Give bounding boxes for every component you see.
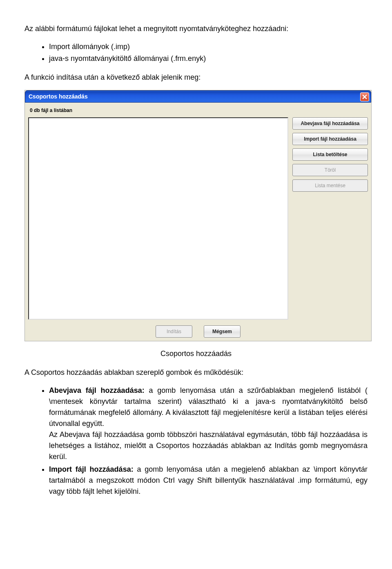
desc-text: Az Abevjava fájl hozzáadása gomb többszö… bbox=[49, 430, 368, 461]
delete-button: Töröl bbox=[292, 164, 368, 176]
save-list-button: Lista mentése bbox=[292, 179, 368, 192]
list-item: Import állományok (.imp) bbox=[49, 41, 368, 52]
desc-label: Import fájl hozzáadása: bbox=[49, 465, 134, 473]
add-import-button[interactable]: Import fájl hozzáadása bbox=[292, 133, 368, 145]
dialog-title: Csoportos hozzáadás bbox=[29, 93, 88, 100]
load-list-button[interactable]: Lista betöltése bbox=[292, 148, 368, 161]
close-button[interactable] bbox=[360, 92, 369, 101]
intro-paragraph: Az alábbi formátumú fájlokat lehet a meg… bbox=[24, 24, 368, 34]
file-list-area[interactable] bbox=[28, 117, 288, 320]
dialog-csoportos-hozzaadas: Csoportos hozzáadás 0 db fájl a listában… bbox=[24, 90, 372, 341]
dialog-title-bar: Csoportos hozzáadás bbox=[25, 90, 371, 103]
list-item: Import fájl hozzáadása: a gomb lenyomása… bbox=[49, 464, 368, 497]
intro2-paragraph: A funkció indítása után a következő abla… bbox=[24, 72, 368, 83]
desc-label: Abevjava fájl hozzáadása: bbox=[49, 386, 145, 394]
start-button: Indítás bbox=[156, 325, 192, 338]
status-label: 0 db fájl a listában bbox=[30, 108, 366, 113]
post-paragraph: A Csoportos hozzáadás ablakban szereplő … bbox=[24, 367, 368, 378]
cancel-button[interactable]: Mégsem bbox=[204, 325, 241, 338]
list-item: Abevjava fájl hozzáadása: a gomb lenyomá… bbox=[49, 385, 368, 462]
format-list: Import állományok (.imp) java-s nyomtatv… bbox=[24, 41, 368, 64]
add-abevjava-button[interactable]: Abevjava fájl hozzáadása bbox=[292, 117, 368, 130]
close-icon bbox=[362, 94, 367, 99]
figure-caption: Csoportos hozzáadás bbox=[24, 349, 368, 358]
list-item: java-s nyomtatványkitöltő állományai (.f… bbox=[49, 53, 368, 64]
button-description-list: Abevjava fájl hozzáadása: a gomb lenyomá… bbox=[24, 385, 368, 497]
